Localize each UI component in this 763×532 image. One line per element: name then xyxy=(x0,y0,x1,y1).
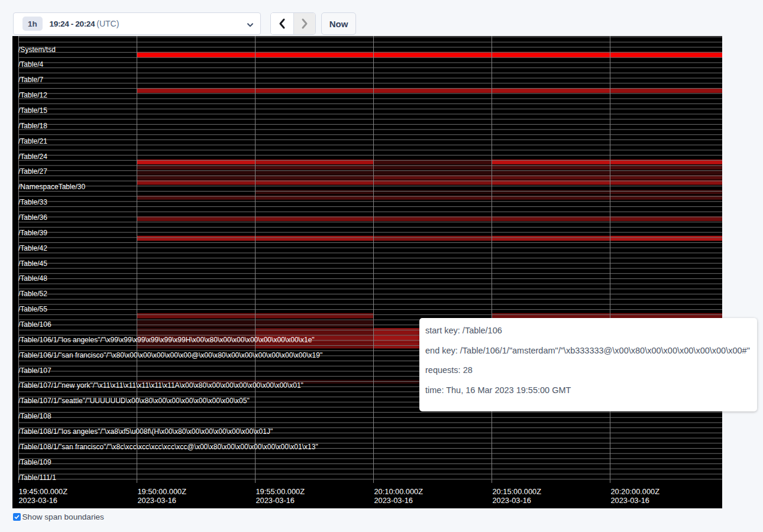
svg-text:20:10:00.000Z: 20:10:00.000Z xyxy=(374,487,423,496)
svg-text:20:20:00.000Z: 20:20:00.000Z xyxy=(611,487,660,496)
svg-text:/Table/21: /Table/21 xyxy=(18,137,47,145)
svg-text:/Table/108: /Table/108 xyxy=(18,412,51,420)
svg-text:/Table/24: /Table/24 xyxy=(18,153,47,161)
svg-text:/Table/52: /Table/52 xyxy=(18,290,47,298)
svg-text:/Table/55: /Table/55 xyxy=(18,305,47,313)
svg-text:/Table/107/1/"new york"/"\x11\: /Table/107/1/"new york"/"\x11\x11\x11\x1… xyxy=(18,381,303,390)
svg-text:/Table/111/1: /Table/111/1 xyxy=(18,473,56,482)
svg-text:/Table/4: /Table/4 xyxy=(18,60,43,69)
svg-text:/Table/39: /Table/39 xyxy=(18,229,47,237)
svg-text:2023-03-16: 2023-03-16 xyxy=(611,496,649,505)
svg-text:/Table/109: /Table/109 xyxy=(18,458,51,466)
svg-text:/Table/107/1/"seattle"/"UUUUUU: /Table/107/1/"seattle"/"UUUUUUD\x00\x80\… xyxy=(18,397,250,405)
svg-text:/Table/12: /Table/12 xyxy=(18,91,47,99)
svg-text:2023-03-16: 2023-03-16 xyxy=(374,496,413,505)
svg-text:2023-03-16: 2023-03-16 xyxy=(493,496,531,505)
svg-text:/Table/15: /Table/15 xyxy=(18,106,47,115)
svg-text:2023-03-16: 2023-03-16 xyxy=(19,496,57,505)
svg-text:/System/tsd: /System/tsd xyxy=(18,46,56,54)
svg-text:/Table/106/1/"los angeles"/"\x: /Table/106/1/"los angeles"/"\x99\x99\x99… xyxy=(18,336,315,344)
svg-text:/Table/108/1/"san francisco"/": /Table/108/1/"san francisco"/"\x8c\xcc\x… xyxy=(18,443,318,451)
svg-text:/Table/18: /Table/18 xyxy=(18,122,47,130)
svg-text:19:50:00.000Z: 19:50:00.000Z xyxy=(138,487,187,496)
svg-text:/Table/27: /Table/27 xyxy=(18,167,47,176)
svg-text:/Table/33: /Table/33 xyxy=(18,198,47,206)
svg-text:20:15:00.000Z: 20:15:00.000Z xyxy=(493,487,542,496)
svg-text:/Table/7: /Table/7 xyxy=(18,76,43,84)
svg-text:/Table/36: /Table/36 xyxy=(18,213,47,222)
svg-text:2023-03-16: 2023-03-16 xyxy=(256,496,295,505)
svg-text:/Table/108/1/"los angeles"/"\x: /Table/108/1/"los angeles"/"\xa8\xf5\u00… xyxy=(18,427,273,436)
svg-text:/NamespaceTable/30: /NamespaceTable/30 xyxy=(18,183,85,191)
svg-text:/Table/42: /Table/42 xyxy=(18,244,47,252)
svg-text:/Table/106/1/"san francisco"/": /Table/106/1/"san francisco"/"\x80\x00\x… xyxy=(18,351,322,359)
svg-text:19:55:00.000Z: 19:55:00.000Z xyxy=(256,487,305,496)
svg-text:19:45:00.000Z: 19:45:00.000Z xyxy=(19,487,68,496)
svg-text:/Table/106: /Table/106 xyxy=(18,320,51,329)
svg-text:/Table/45: /Table/45 xyxy=(18,259,47,268)
svg-text:/Table/48: /Table/48 xyxy=(18,274,47,283)
svg-text:/Table/107: /Table/107 xyxy=(18,366,51,375)
svg-text:2023-03-16: 2023-03-16 xyxy=(138,496,176,505)
